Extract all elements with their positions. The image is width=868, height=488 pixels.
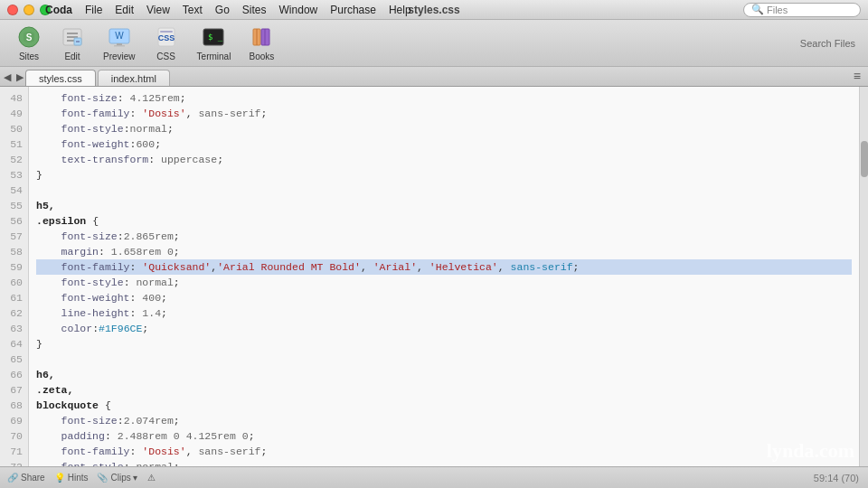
code-line: font-size:2.074rem;: [36, 413, 852, 428]
code-line: font-family: 'Dosis', sans-serif;: [36, 106, 852, 121]
menu-help[interactable]: Help: [389, 4, 411, 16]
toolbar-preview[interactable]: W Preview: [96, 21, 143, 65]
statusbar-items: 🔗Share 💡Hints 📎Clips ▾ ⚠: [7, 473, 156, 483]
editor-area: 4849505152535455565758596061626364656667…: [0, 87, 868, 466]
code-line: h5,: [36, 198, 852, 213]
code-line: padding: 2.488rem 0 4.125rem 0;: [36, 428, 852, 444]
books-label: Books: [249, 52, 274, 61]
line-number: 50: [0, 121, 23, 136]
code-line: font-family: 'Dosis', sans-serif;: [36, 444, 852, 459]
code-line: font-family: 'Quicksand','Arial Rounded …: [36, 259, 852, 275]
sites-label: Sites: [19, 52, 39, 61]
code-line: }: [36, 167, 852, 183]
line-number: 71: [0, 444, 23, 459]
line-number: 56: [0, 213, 23, 229]
code-line: font-size:2.865rem;: [36, 229, 852, 244]
svg-text:CSS: CSS: [157, 33, 175, 42]
toolbar-edit[interactable]: Edit: [52, 21, 92, 65]
edit-label: Edit: [64, 52, 80, 61]
toolbar-sites[interactable]: S Sites: [9, 21, 49, 65]
toolbar-terminal[interactable]: $ _ Terminal: [190, 21, 239, 65]
line-number: 54: [0, 183, 23, 198]
menu-coda[interactable]: Coda: [45, 4, 72, 16]
terminal-icon: $ _: [201, 24, 226, 50]
code-line: blockquote {: [36, 398, 852, 413]
menu-go[interactable]: Go: [215, 4, 230, 16]
preview-icon: W: [107, 24, 132, 50]
svg-rect-10: [114, 45, 125, 47]
books-icon: [249, 24, 274, 50]
close-button[interactable]: [7, 5, 18, 15]
search-placeholder: Files: [767, 5, 788, 15]
svg-rect-9: [117, 43, 122, 45]
menu-edit[interactable]: Edit: [115, 4, 134, 16]
statusbar-warning[interactable]: ⚠: [147, 473, 156, 483]
toolbar-books[interactable]: Books: [241, 21, 281, 65]
share-label: Share: [21, 473, 45, 483]
menu-window[interactable]: Window: [279, 4, 318, 16]
code-line: [36, 352, 852, 367]
titlebar: Coda File Edit View Text Go Sites Window…: [0, 0, 868, 20]
code-content[interactable]: font-size: 4.125rem; font-family: 'Dosis…: [29, 87, 859, 466]
code-line: line-height: 1.4;: [36, 305, 852, 321]
statusbar-clips[interactable]: 📎Clips ▾: [97, 473, 137, 483]
code-line: font-weight: 400;: [36, 290, 852, 305]
line-number: 55: [0, 198, 23, 213]
tab-styles-css[interactable]: styles.css: [25, 70, 96, 86]
tab-index-html[interactable]: index.html: [98, 70, 170, 86]
code-line: color:#1F96CE;: [36, 321, 852, 336]
tab-next-arrow[interactable]: ▶: [14, 71, 25, 83]
line-numbers: 4849505152535455565758596061626364656667…: [0, 87, 29, 466]
line-number: 60: [0, 275, 23, 290]
hints-label: Hints: [68, 473, 89, 483]
statusbar-hints[interactable]: 💡Hints: [54, 473, 89, 483]
line-number: 63: [0, 321, 23, 336]
vertical-scrollbar[interactable]: [859, 87, 868, 466]
preview-label: Preview: [103, 52, 136, 61]
code-line: text-transform: uppercase;: [36, 152, 852, 167]
line-number: 68: [0, 398, 23, 413]
code-line: font-style: normal;: [36, 459, 852, 466]
code-line: font-weight:600;: [36, 136, 852, 152]
tab-nav: ◀ ▶: [2, 71, 25, 83]
scrollbar-thumb[interactable]: [861, 141, 868, 177]
menu-sites[interactable]: Sites: [242, 4, 267, 16]
line-number: 59: [0, 259, 23, 275]
line-number: 58: [0, 244, 23, 259]
terminal-label: Terminal: [197, 52, 231, 61]
cursor-position: 59:14 (70): [814, 473, 859, 483]
line-number: 62: [0, 305, 23, 321]
toolbar: S Sites Edit W Preview: [0, 20, 868, 67]
line-number: 49: [0, 106, 23, 121]
code-line: .zeta,: [36, 382, 852, 398]
line-number: 57: [0, 229, 23, 244]
line-number: 61: [0, 290, 23, 305]
window-controls: [7, 5, 51, 15]
clips-label: Clips ▾: [110, 473, 137, 483]
statusbar-share[interactable]: 🔗Share: [7, 473, 45, 483]
line-number: 65: [0, 352, 23, 367]
toolbar-css[interactable]: CSS CSS: [146, 21, 186, 65]
menu-purchase[interactable]: Purchase: [330, 4, 376, 16]
tabbar: ◀ ▶ styles.css index.html ≡: [0, 67, 868, 87]
line-number: 69: [0, 413, 23, 428]
search-files-label[interactable]: Search Files: [800, 38, 855, 49]
titlebar-search: 🔍 Files: [743, 3, 861, 17]
svg-text:$ _: $ _: [208, 33, 223, 42]
css-label: CSS: [156, 52, 175, 61]
code-line: font-style:normal;: [36, 121, 852, 136]
svg-text:W: W: [115, 31, 124, 41]
code-line: margin: 1.658rem 0;: [36, 244, 852, 259]
menu-view[interactable]: View: [146, 4, 170, 16]
sites-icon: S: [16, 24, 42, 50]
menu-file[interactable]: File: [85, 4, 102, 16]
line-number: 70: [0, 428, 23, 444]
code-line: [36, 183, 852, 198]
search-input[interactable]: 🔍 Files: [743, 3, 861, 17]
warning-icon: ⚠: [147, 473, 156, 483]
tab-prev-arrow[interactable]: ◀: [2, 71, 13, 83]
minimize-button[interactable]: [24, 5, 34, 15]
window-title: styles.css: [408, 4, 459, 16]
menu-text[interactable]: Text: [183, 4, 203, 16]
tab-add-button[interactable]: ≡: [854, 69, 861, 83]
